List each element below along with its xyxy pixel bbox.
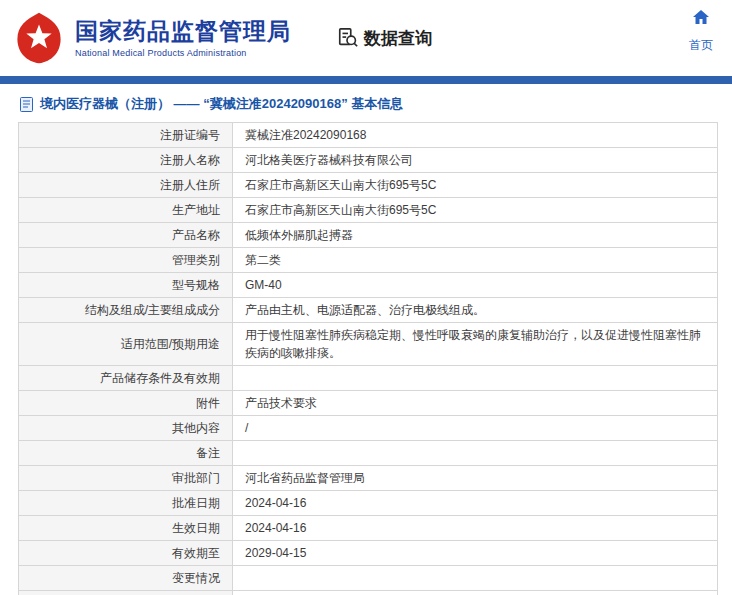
- row-value: 产品由主机、电源适配器、治疗电极线组成。: [233, 298, 718, 323]
- table-row: 附件产品技术要求: [19, 391, 718, 416]
- table-row: 注册人名称河北格美医疗器械科技有限公司: [19, 148, 718, 173]
- row-label: 产品储存条件及有效期: [19, 366, 233, 391]
- header-divider-strip: [0, 76, 732, 84]
- table-row: 生效日期2024-04-16: [19, 516, 718, 541]
- table-row: 适用范围/预期用途用于慢性阻塞性肺疾病稳定期、慢性呼吸衰竭的康复辅助治疗，以及促…: [19, 323, 718, 366]
- table-row: 注册人住所石家庄市高新区天山南大街695号5C: [19, 173, 718, 198]
- section-title: 数据查询: [364, 27, 432, 50]
- row-label: 适用范围/预期用途: [19, 323, 233, 366]
- table-row: 生产地址石家庄市高新区天山南大街695号5C: [19, 198, 718, 223]
- row-value: 河北格美医疗器械科技有限公司: [233, 148, 718, 173]
- document-magnifier-icon: [337, 27, 359, 49]
- row-value: 石家庄市高新区天山南大街695号5C: [233, 198, 718, 223]
- row-label: 型号规格: [19, 273, 233, 298]
- row-label: 注: [19, 591, 233, 595]
- table-row: 注详情: [19, 591, 718, 595]
- page-title: 境内医疗器械（注册） —— “冀械注准20242090168” 基本信息: [40, 95, 403, 113]
- row-label: 注册人名称: [19, 148, 233, 173]
- row-value: 2024-04-16: [233, 491, 718, 516]
- table-row: 结构及组成/主要组成成分产品由主机、电源适配器、治疗电极线组成。: [19, 298, 718, 323]
- row-value: GM-40: [233, 273, 718, 298]
- row-value: 低频体外膈肌起搏器: [233, 223, 718, 248]
- table-row: 其他内容/: [19, 416, 718, 441]
- org-name-cn: 国家药品监督管理局: [75, 18, 291, 44]
- table-row: 注册证编号冀械注准20242090168: [19, 123, 718, 148]
- row-label: 有效期至: [19, 541, 233, 566]
- org-name-block: 国家药品监督管理局 National Medical Products Admi…: [75, 18, 291, 57]
- row-value: /: [233, 416, 718, 441]
- row-value: 冀械注准20242090168: [233, 123, 718, 148]
- row-label: 注册人住所: [19, 173, 233, 198]
- row-value: 第二类: [233, 248, 718, 273]
- row-value: 石家庄市高新区天山南大街695号5C: [233, 173, 718, 198]
- table-row: 批准日期2024-04-16: [19, 491, 718, 516]
- data-query-tab[interactable]: 数据查询: [337, 27, 432, 50]
- table-row: 产品储存条件及有效期: [19, 366, 718, 391]
- row-value: 2024-04-16: [233, 516, 718, 541]
- row-value: [233, 441, 718, 466]
- header-right-nav: 首页: [684, 0, 724, 76]
- row-label: 管理类别: [19, 248, 233, 273]
- table-row: 有效期至2029-04-15: [19, 541, 718, 566]
- table-row: 型号规格GM-40: [19, 273, 718, 298]
- registration-info-table: 注册证编号冀械注准20242090168注册人名称河北格美医疗器械科技有限公司注…: [18, 122, 718, 595]
- row-value: 用于慢性阻塞性肺疾病稳定期、慢性呼吸衰竭的康复辅助治疗，以及促进慢性阻塞性肺疾病…: [233, 323, 718, 366]
- row-value: 详情: [233, 591, 718, 595]
- table-row: 审批部门河北省药品监督管理局: [19, 466, 718, 491]
- row-label: 结构及组成/主要组成成分: [19, 298, 233, 323]
- org-name-en: National Medical Products Administration: [75, 48, 291, 58]
- row-label: 审批部门: [19, 466, 233, 491]
- row-label: 其他内容: [19, 416, 233, 441]
- row-label: 产品名称: [19, 223, 233, 248]
- document-icon: [20, 97, 33, 112]
- table-row: 备注: [19, 441, 718, 466]
- row-label: 备注: [19, 441, 233, 466]
- row-label: 生产地址: [19, 198, 233, 223]
- row-value: 2029-04-15: [233, 541, 718, 566]
- table-row: 管理类别第二类: [19, 248, 718, 273]
- table-row: 变更情况: [19, 566, 718, 591]
- row-value: 产品技术要求: [233, 391, 718, 416]
- table-row: 产品名称低频体外膈肌起搏器: [19, 223, 718, 248]
- row-value: 河北省药品监督管理局: [233, 466, 718, 491]
- breadcrumb-title: 境内医疗器械（注册） —— “冀械注准20242090168” 基本信息: [0, 84, 732, 122]
- row-label: 生效日期: [19, 516, 233, 541]
- row-label: 注册证编号: [19, 123, 233, 148]
- row-value: [233, 566, 718, 591]
- row-label: 变更情况: [19, 566, 233, 591]
- row-value: [233, 366, 718, 391]
- site-header: 国家药品监督管理局 National Medical Products Admi…: [0, 0, 732, 76]
- home-link[interactable]: 首页: [689, 37, 713, 54]
- row-label: 批准日期: [19, 491, 233, 516]
- nmpa-logo-icon: [12, 10, 66, 66]
- home-icon[interactable]: [693, 10, 709, 24]
- row-label: 附件: [19, 391, 233, 416]
